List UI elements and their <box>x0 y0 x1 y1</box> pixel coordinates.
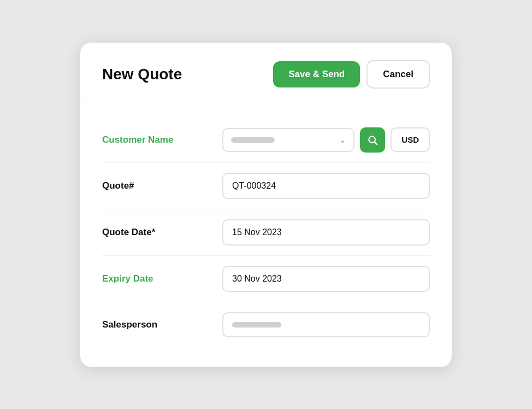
expiry-date-field <box>222 266 430 292</box>
expiry-date-row: Expiry Date <box>102 256 430 302</box>
quote-date-input[interactable] <box>222 219 430 246</box>
svg-line-1 <box>375 142 377 144</box>
new-quote-modal: New Quote Save & Send Cancel Customer Na… <box>80 43 452 367</box>
quote-date-field <box>222 219 430 246</box>
customer-name-field: ⌄ USD <box>222 127 430 153</box>
quote-date-label: Quote Date* <box>102 227 222 238</box>
expiry-date-input[interactable] <box>222 266 430 292</box>
save-send-button[interactable]: Save & Send <box>273 61 360 87</box>
customer-controls: ⌄ USD <box>222 127 430 153</box>
currency-button[interactable]: USD <box>391 127 430 152</box>
modal-header: New Quote Save & Send Cancel <box>80 43 452 102</box>
salesperson-field <box>222 312 430 337</box>
quote-number-label: Quote# <box>102 180 222 191</box>
customer-name-label: Customer Name <box>102 135 222 145</box>
quote-number-row: Quote# <box>102 163 430 209</box>
chevron-down-icon: ⌄ <box>339 136 346 144</box>
customer-dropdown[interactable]: ⌄ <box>222 128 354 152</box>
dropdown-placeholder <box>231 137 275 143</box>
salesperson-input[interactable] <box>222 312 430 337</box>
form-body: Customer Name ⌄ USD <box>80 107 452 367</box>
search-icon <box>367 135 378 145</box>
cancel-button[interactable]: Cancel <box>367 60 430 89</box>
salesperson-placeholder-dots <box>232 322 281 328</box>
header-divider <box>80 102 452 102</box>
expiry-date-label: Expiry Date <box>102 273 222 284</box>
quote-number-field <box>222 173 430 199</box>
customer-name-row: Customer Name ⌄ USD <box>102 118 430 163</box>
quote-number-input[interactable] <box>222 173 430 199</box>
salesperson-label: Salesperson <box>102 319 222 330</box>
customer-search-button[interactable] <box>360 127 385 153</box>
quote-date-row: Quote Date* <box>102 209 430 256</box>
header-actions: Save & Send Cancel <box>273 60 430 89</box>
salesperson-row: Salesperson <box>102 302 430 347</box>
page-title: New Quote <box>102 66 182 83</box>
